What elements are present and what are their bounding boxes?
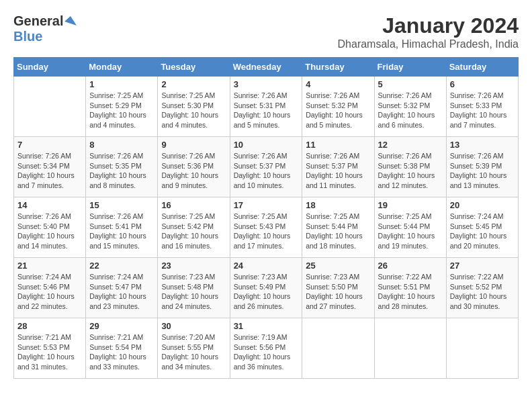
calendar-week-row: 28Sunrise: 7:21 AM Sunset: 5:53 PM Dayli…	[14, 318, 519, 379]
day-info: Sunrise: 7:22 AM Sunset: 5:52 PM Dayligh…	[450, 272, 515, 312]
calendar-cell: 6Sunrise: 7:26 AM Sunset: 5:33 PM Daylig…	[446, 77, 518, 137]
calendar-cell: 22Sunrise: 7:24 AM Sunset: 5:47 PM Dayli…	[86, 258, 158, 318]
calendar-title: January 2024	[338, 13, 519, 38]
day-info: Sunrise: 7:26 AM Sunset: 5:34 PM Dayligh…	[17, 151, 82, 191]
day-info: Sunrise: 7:26 AM Sunset: 5:37 PM Dayligh…	[234, 151, 299, 191]
day-number: 20	[450, 200, 515, 210]
day-number: 18	[306, 200, 370, 210]
calendar-cell: 29Sunrise: 7:21 AM Sunset: 5:54 PM Dayli…	[86, 318, 158, 379]
day-number: 28	[17, 321, 82, 331]
day-number: 17	[234, 200, 299, 210]
day-info: Sunrise: 7:22 AM Sunset: 5:51 PM Dayligh…	[378, 272, 443, 312]
day-number: 16	[161, 200, 226, 210]
day-info: Sunrise: 7:23 AM Sunset: 5:49 PM Dayligh…	[234, 272, 299, 312]
calendar-cell: 5Sunrise: 7:26 AM Sunset: 5:32 PM Daylig…	[374, 77, 446, 137]
day-info: Sunrise: 7:24 AM Sunset: 5:45 PM Dayligh…	[450, 212, 515, 251]
day-number: 31	[234, 321, 299, 331]
day-info: Sunrise: 7:26 AM Sunset: 5:36 PM Dayligh…	[161, 151, 226, 191]
title-area: January 2024 Dharamsala, Himachal Prades…	[338, 13, 519, 50]
calendar-cell	[446, 318, 518, 379]
logo: General Blue	[13, 13, 77, 44]
day-info: Sunrise: 7:26 AM Sunset: 5:32 PM Dayligh…	[306, 91, 370, 130]
calendar-cell: 18Sunrise: 7:25 AM Sunset: 5:44 PM Dayli…	[302, 197, 374, 258]
calendar-cell: 28Sunrise: 7:21 AM Sunset: 5:53 PM Dayli…	[14, 318, 86, 379]
calendar-cell: 14Sunrise: 7:26 AM Sunset: 5:40 PM Dayli…	[14, 197, 86, 258]
day-info: Sunrise: 7:25 AM Sunset: 5:44 PM Dayligh…	[306, 212, 370, 251]
calendar-cell: 20Sunrise: 7:24 AM Sunset: 5:45 PM Dayli…	[446, 197, 518, 258]
weekday-header: Sunday	[14, 58, 86, 77]
calendar-cell: 17Sunrise: 7:25 AM Sunset: 5:43 PM Dayli…	[230, 197, 302, 258]
day-number: 11	[306, 140, 370, 150]
calendar-cell: 19Sunrise: 7:25 AM Sunset: 5:44 PM Dayli…	[374, 197, 446, 258]
day-info: Sunrise: 7:24 AM Sunset: 5:47 PM Dayligh…	[89, 272, 154, 312]
day-info: Sunrise: 7:23 AM Sunset: 5:48 PM Dayligh…	[161, 272, 226, 312]
weekday-header: Tuesday	[158, 58, 230, 77]
calendar-week-row: 7Sunrise: 7:26 AM Sunset: 5:34 PM Daylig…	[14, 137, 519, 197]
day-number: 7	[17, 140, 82, 150]
weekday-header-row: SundayMondayTuesdayWednesdayThursdayFrid…	[14, 58, 519, 77]
day-number: 22	[89, 261, 154, 271]
day-number: 8	[89, 140, 154, 150]
day-number: 21	[17, 261, 82, 271]
day-number: 13	[450, 140, 515, 150]
calendar-cell: 12Sunrise: 7:26 AM Sunset: 5:38 PM Dayli…	[374, 137, 446, 197]
day-number: 2	[161, 79, 226, 89]
logo-general-text: General	[13, 13, 63, 29]
day-number: 3	[234, 79, 299, 89]
logo-blue-text: Blue	[13, 29, 42, 44]
day-info: Sunrise: 7:26 AM Sunset: 5:32 PM Dayligh…	[378, 91, 443, 130]
day-info: Sunrise: 7:21 AM Sunset: 5:54 PM Dayligh…	[89, 332, 154, 372]
calendar-cell: 23Sunrise: 7:23 AM Sunset: 5:48 PM Dayli…	[158, 258, 230, 318]
weekday-header: Thursday	[302, 58, 374, 77]
svg-marker-0	[64, 16, 77, 26]
day-number: 30	[161, 321, 226, 331]
day-number: 25	[306, 261, 370, 271]
day-info: Sunrise: 7:26 AM Sunset: 5:41 PM Dayligh…	[89, 212, 154, 251]
day-info: Sunrise: 7:25 AM Sunset: 5:43 PM Dayligh…	[234, 212, 299, 251]
day-number: 10	[234, 140, 299, 150]
calendar-cell	[14, 77, 86, 137]
day-info: Sunrise: 7:20 AM Sunset: 5:55 PM Dayligh…	[161, 332, 226, 372]
calendar-cell: 31Sunrise: 7:19 AM Sunset: 5:56 PM Dayli…	[230, 318, 302, 379]
calendar-week-row: 14Sunrise: 7:26 AM Sunset: 5:40 PM Dayli…	[14, 197, 519, 258]
calendar-cell: 11Sunrise: 7:26 AM Sunset: 5:37 PM Dayli…	[302, 137, 374, 197]
calendar-cell: 8Sunrise: 7:26 AM Sunset: 5:35 PM Daylig…	[86, 137, 158, 197]
weekday-header: Saturday	[446, 58, 518, 77]
calendar-cell: 1Sunrise: 7:25 AM Sunset: 5:29 PM Daylig…	[86, 77, 158, 137]
day-info: Sunrise: 7:26 AM Sunset: 5:37 PM Dayligh…	[306, 151, 370, 191]
weekday-header: Wednesday	[230, 58, 302, 77]
calendar-cell: 15Sunrise: 7:26 AM Sunset: 5:41 PM Dayli…	[86, 197, 158, 258]
calendar-subtitle: Dharamsala, Himachal Pradesh, India	[338, 38, 519, 50]
day-number: 19	[378, 200, 443, 210]
calendar-cell	[374, 318, 446, 379]
day-number: 26	[378, 261, 443, 271]
calendar-cell: 10Sunrise: 7:26 AM Sunset: 5:37 PM Dayli…	[230, 137, 302, 197]
calendar-week-row: 21Sunrise: 7:24 AM Sunset: 5:46 PM Dayli…	[14, 258, 519, 318]
day-info: Sunrise: 7:25 AM Sunset: 5:30 PM Dayligh…	[161, 91, 226, 130]
calendar-cell: 2Sunrise: 7:25 AM Sunset: 5:30 PM Daylig…	[158, 77, 230, 137]
calendar-cell	[302, 318, 374, 379]
calendar-cell: 4Sunrise: 7:26 AM Sunset: 5:32 PM Daylig…	[302, 77, 374, 137]
calendar-cell: 24Sunrise: 7:23 AM Sunset: 5:49 PM Dayli…	[230, 258, 302, 318]
day-info: Sunrise: 7:21 AM Sunset: 5:53 PM Dayligh…	[17, 332, 82, 372]
day-number: 15	[89, 200, 154, 210]
day-info: Sunrise: 7:24 AM Sunset: 5:46 PM Dayligh…	[17, 272, 82, 312]
day-number: 29	[89, 321, 154, 331]
logo-bird-icon	[64, 15, 77, 27]
day-number: 23	[161, 261, 226, 271]
weekday-header: Monday	[86, 58, 158, 77]
day-info: Sunrise: 7:25 AM Sunset: 5:42 PM Dayligh…	[161, 212, 226, 251]
calendar-cell: 30Sunrise: 7:20 AM Sunset: 5:55 PM Dayli…	[158, 318, 230, 379]
calendar-week-row: 1Sunrise: 7:25 AM Sunset: 5:29 PM Daylig…	[14, 77, 519, 137]
day-info: Sunrise: 7:26 AM Sunset: 5:39 PM Dayligh…	[450, 151, 515, 191]
day-info: Sunrise: 7:25 AM Sunset: 5:44 PM Dayligh…	[378, 212, 443, 251]
day-info: Sunrise: 7:23 AM Sunset: 5:50 PM Dayligh…	[306, 272, 370, 312]
calendar-cell: 16Sunrise: 7:25 AM Sunset: 5:42 PM Dayli…	[158, 197, 230, 258]
weekday-header: Friday	[374, 58, 446, 77]
calendar-cell: 27Sunrise: 7:22 AM Sunset: 5:52 PM Dayli…	[446, 258, 518, 318]
day-number: 6	[450, 79, 515, 89]
day-number: 27	[450, 261, 515, 271]
calendar-cell: 26Sunrise: 7:22 AM Sunset: 5:51 PM Dayli…	[374, 258, 446, 318]
calendar-cell: 13Sunrise: 7:26 AM Sunset: 5:39 PM Dayli…	[446, 137, 518, 197]
calendar-table: SundayMondayTuesdayWednesdayThursdayFrid…	[13, 57, 519, 379]
